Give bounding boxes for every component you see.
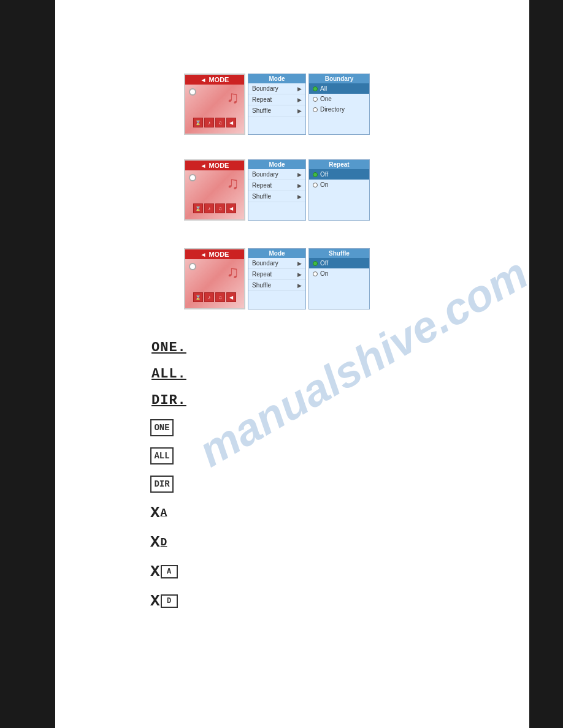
mode-menu-item-repeat-1[interactable]: Repeat ▶ [248,94,305,105]
mode-menu-3: Mode Boundary ▶ Repeat ▶ Shuffle ▶ [248,248,306,309]
device-top-bar-3: ◄ MODE [185,249,244,259]
bottom-icon-3b: ♪ [204,292,214,302]
mode-menu-item-repeat-3[interactable]: Repeat ▶ [248,269,305,280]
device-body-3: ♫ ⌛ ♪ ♫ ◀ [185,259,244,305]
repeat-on-label: On [320,181,328,188]
device-mode-label-3: MODE [209,251,229,258]
bottom-icon-3a: ⌛ [193,292,203,302]
device-mode-label-2: MODE [209,162,229,169]
icon-one-text: ONE. [150,340,188,355]
boundary-arrow-2: ▶ [297,172,302,178]
screen-group-shuffle: ◄ MODE ♫ ⌛ ♪ ♫ ◀ Mode Boundary ▶ Re [184,248,370,309]
xd-box-label: D [161,594,178,608]
boundary-one-radio [313,97,318,102]
boundary-one-label: One [320,96,332,102]
device-circle-3 [189,263,196,270]
bottom-icon-3c: ♫ [215,292,225,302]
icon-one-box: ONE [150,419,188,436]
right-sidebar [529,0,563,728]
mode-menu-item-shuffle-2[interactable]: Shuffle ▶ [248,191,305,202]
all-box-label: ALL [150,447,174,464]
xd-box-container: X D [150,592,178,610]
device-body-2: ♫ ⌛ ♪ ♫ ◀ [185,170,244,216]
boundary-label-3: Boundary [252,260,278,267]
bottom-icon-1c: ♫ [215,118,225,127]
xa-box-label: A [161,565,178,578]
mode-menu-2: Mode Boundary ▶ Repeat ▶ Shuffle ▶ [248,159,306,221]
device-mode-label-1: MODE [209,76,229,83]
mode-menu-item-boundary-2[interactable]: Boundary ▶ [248,169,305,180]
bottom-icon-1a: ⌛ [193,118,203,127]
boundary-one[interactable]: One [309,94,369,104]
shuffle-label-1: Shuffle [252,107,271,114]
bottom-icon-3d: ◀ [226,292,236,302]
bottom-icon-2a: ⌛ [193,203,203,213]
device-mode-1: ◄ MODE ♫ ⌛ ♪ ♫ ◀ [184,74,245,135]
mode-menu-item-boundary-1[interactable]: Boundary ▶ [248,83,305,94]
x-letter-1: X [150,504,160,522]
icon-xa-box: X A [150,563,188,581]
mode-menu-title-2: Mode [248,160,305,169]
bottom-icon-2c: ♫ [215,203,225,213]
mode-menu-item-boundary-3[interactable]: Boundary ▶ [248,258,305,269]
xd-text-container: X D [150,533,167,552]
arrow-left-icon-3: ◄ [201,251,207,258]
music-notes-1: ♫ [226,88,239,107]
shuffle-on-label: On [320,270,328,277]
icon-dir-text: DIR. [150,393,188,408]
screen-group-boundary: ◄ MODE ♫ ⌛ ♪ ♫ ◀ Mode Boundary ▶ [184,74,370,135]
shuffle-on[interactable]: On [309,268,369,279]
device-circle-2 [189,174,196,181]
repeat-on[interactable]: On [309,180,369,190]
device-bottom-icons-2: ⌛ ♪ ♫ ◀ [193,203,236,213]
icon-xa-text: X A [150,504,188,522]
mode-menu-title-3: Mode [248,249,305,258]
icon-all-box: ALL [150,447,188,464]
shuffle-off[interactable]: Off [309,258,369,268]
x-letter-3: X [150,563,160,581]
boundary-arrow-1: ▶ [297,86,302,92]
mode-menu-1: Mode Boundary ▶ Repeat ▶ Shuffle ▶ [248,74,306,135]
boundary-label-1: Boundary [252,85,278,92]
device-body-1: ♫ ⌛ ♪ ♫ ◀ [185,85,244,130]
repeat-label-1: Repeat [252,96,272,103]
xd-sub-label: D [161,536,167,548]
boundary-all-radio [313,86,318,91]
boundary-all[interactable]: All [309,83,369,94]
device-bottom-icons-3: ⌛ ♪ ♫ ◀ [193,292,236,302]
xa-sub-label: A [161,507,167,519]
bottom-icon-1b: ♪ [204,118,214,127]
repeat-label-2: Repeat [252,182,272,189]
repeat-off-radio [313,172,318,177]
mode-menu-item-repeat-2[interactable]: Repeat ▶ [248,180,305,191]
boundary-arrow-3: ▶ [297,260,302,267]
repeat-on-radio [313,183,318,188]
dir-box-label: DIR [150,476,174,493]
device-circle-1 [189,88,196,96]
device-bottom-icons-1: ⌛ ♪ ♫ ◀ [193,118,236,127]
boundary-directory-radio [313,107,318,112]
repeat-off-label: Off [320,171,328,178]
screen-group-repeat: ◄ MODE ♫ ⌛ ♪ ♫ ◀ Mode Boundary ▶ Re [184,159,370,221]
shuffle-arrow-1: ▶ [297,108,302,114]
boundary-all-label: All [320,85,327,92]
mode-menu-item-shuffle-3[interactable]: Shuffle ▶ [248,280,305,291]
repeat-panel-title: Repeat [309,160,369,169]
icon-xd-text: X D [150,533,188,552]
mode-menu-item-shuffle-1[interactable]: Shuffle ▶ [248,105,305,116]
arrow-left-icon-2: ◄ [201,162,207,169]
repeat-arrow-3: ▶ [297,271,302,278]
repeat-label-3: Repeat [252,271,272,278]
all-text-label: ALL. [150,366,188,382]
boundary-panel: Boundary All One Directory [308,74,370,135]
repeat-off[interactable]: Off [309,169,369,180]
shuffle-arrow-2: ▶ [297,194,302,200]
x-letter-2: X [150,533,160,552]
main-content: ◄ MODE ♫ ⌛ ♪ ♫ ◀ Mode Boundary ▶ [55,0,529,728]
icon-xd-box: X D [150,592,188,610]
repeat-panel: Repeat Off On [308,159,370,221]
device-mode-3: ◄ MODE ♫ ⌛ ♪ ♫ ◀ [184,248,245,309]
icon-dir-box: DIR [150,476,188,493]
boundary-directory[interactable]: Directory [309,104,369,115]
music-notes-3: ♫ [226,262,239,282]
